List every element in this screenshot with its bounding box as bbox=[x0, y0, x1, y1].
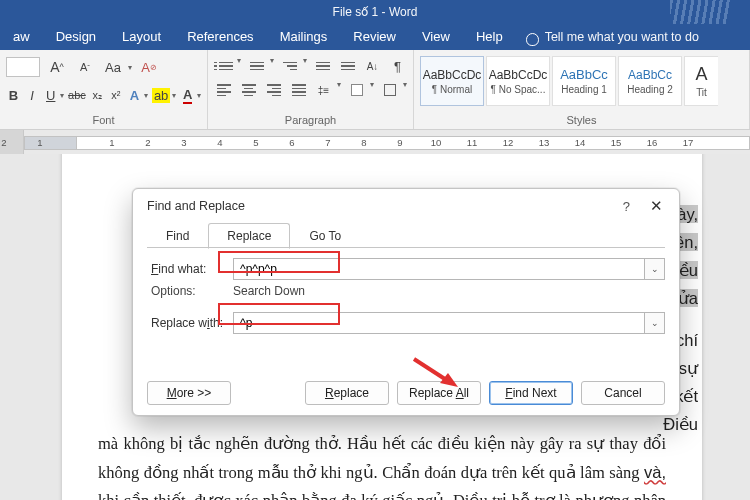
replace-with-label: Replace with: bbox=[151, 316, 233, 330]
chevron-down-icon: ▾ bbox=[270, 56, 274, 76]
chevron-down-icon: ▾ bbox=[128, 63, 132, 72]
change-case-button[interactable]: Aa bbox=[102, 56, 124, 78]
dialog-close-button[interactable]: ✕ bbox=[644, 197, 669, 215]
multilevel-button[interactable] bbox=[280, 56, 299, 76]
more-button[interactable]: More >> bbox=[147, 381, 231, 405]
group-label-font: Font bbox=[6, 113, 201, 127]
find-next-button[interactable]: Find Next bbox=[489, 381, 573, 405]
show-marks-button[interactable]: ¶ bbox=[388, 56, 407, 76]
decrease-indent-button[interactable] bbox=[313, 56, 332, 76]
dialog-tab-goto[interactable]: Go To bbox=[290, 223, 360, 249]
ruler-scale: 3211234567891011121314151617 bbox=[24, 137, 750, 149]
chevron-down-icon: ▾ bbox=[172, 91, 176, 100]
group-font: A^ Aˇ Aa ▾ A⊘ B I U ▾ abc x₂ x² A ▾ ab ▾… bbox=[0, 50, 208, 129]
subscript-button[interactable]: x₂ bbox=[90, 84, 105, 106]
chevron-down-icon: ▾ bbox=[337, 80, 341, 100]
strikethrough-button[interactable]: abc bbox=[68, 84, 86, 106]
chevron-down-icon: ▾ bbox=[370, 80, 374, 100]
chevron-down-icon: ▾ bbox=[60, 91, 64, 100]
text-effects-button[interactable]: A bbox=[127, 84, 142, 106]
borders-button[interactable] bbox=[380, 80, 399, 100]
document-body-text[interactable]: mà không bị tắc nghẽn đường thở. Hầu hết… bbox=[98, 430, 666, 500]
tell-me-input[interactable]: Tell me what you want to do bbox=[545, 30, 699, 44]
font-color-button[interactable]: A bbox=[180, 84, 195, 106]
find-replace-dialog: Find and Replace ? ✕ Find Replace Go To … bbox=[132, 188, 680, 416]
shrink-font-button[interactable]: Aˇ bbox=[74, 56, 96, 78]
align-left-button[interactable] bbox=[214, 80, 233, 100]
dialog-title: Find and Replace bbox=[147, 199, 245, 213]
chevron-down-icon: ▾ bbox=[303, 56, 307, 76]
grow-font-button[interactable]: A^ bbox=[46, 56, 68, 78]
tab-design[interactable]: Design bbox=[43, 24, 109, 50]
dialog-titlebar[interactable]: Find and Replace ? ✕ bbox=[133, 189, 679, 219]
font-size-input[interactable] bbox=[6, 57, 40, 77]
style-heading-2[interactable]: AaBbCc Heading 2 bbox=[618, 56, 682, 106]
align-center-button[interactable] bbox=[239, 80, 258, 100]
numbering-button[interactable] bbox=[247, 56, 266, 76]
find-what-input[interactable] bbox=[233, 258, 645, 280]
tab-references[interactable]: References bbox=[174, 24, 266, 50]
tab-mailings[interactable]: Mailings bbox=[267, 24, 341, 50]
options-label: Options: bbox=[151, 284, 233, 298]
find-dropdown-button[interactable]: ⌄ bbox=[645, 258, 665, 280]
dialog-tabs: Find Replace Go To bbox=[133, 222, 679, 248]
style-heading-1[interactable]: AaBbCc Heading 1 bbox=[552, 56, 616, 106]
increase-indent-button[interactable] bbox=[338, 56, 357, 76]
shading-button[interactable] bbox=[347, 80, 366, 100]
bullets-button[interactable] bbox=[214, 56, 233, 76]
group-styles: AaBbCcDc ¶ Normal AaBbCcDc ¶ No Spac... … bbox=[414, 50, 750, 129]
title-decoration bbox=[670, 0, 730, 24]
tab-help[interactable]: Help bbox=[463, 24, 516, 50]
title-bar: File số 1 - Word bbox=[0, 0, 750, 24]
ruler[interactable]: 3211234567891011121314151617 bbox=[0, 130, 750, 154]
group-label-styles: Styles bbox=[420, 113, 743, 127]
underline-button[interactable]: U bbox=[43, 84, 58, 106]
style-normal[interactable]: AaBbCcDc ¶ Normal bbox=[420, 56, 484, 106]
bold-button[interactable]: B bbox=[6, 84, 21, 106]
replace-button[interactable]: Replace bbox=[305, 381, 389, 405]
justify-button[interactable] bbox=[289, 80, 308, 100]
chevron-down-icon: ▾ bbox=[403, 80, 407, 100]
replace-dropdown-button[interactable]: ⌄ bbox=[645, 312, 665, 334]
lightbulb-icon bbox=[526, 33, 539, 46]
line-spacing-button[interactable]: ‡≡ bbox=[314, 80, 333, 100]
chevron-down-icon: ▾ bbox=[144, 91, 148, 100]
ribbon-tabs: aw Design Layout References Mailings Rev… bbox=[0, 24, 750, 50]
cancel-button[interactable]: Cancel bbox=[581, 381, 665, 405]
superscript-button[interactable]: x² bbox=[109, 84, 124, 106]
chevron-down-icon: ▾ bbox=[197, 91, 201, 100]
replace-with-input[interactable] bbox=[233, 312, 645, 334]
dialog-tab-find[interactable]: Find bbox=[147, 223, 208, 249]
dialog-tab-replace[interactable]: Replace bbox=[208, 223, 290, 249]
tab-view[interactable]: View bbox=[409, 24, 463, 50]
chevron-down-icon: ▾ bbox=[237, 56, 241, 76]
style-title[interactable]: A Tit bbox=[684, 56, 718, 106]
clear-formatting-button[interactable]: A⊘ bbox=[138, 56, 160, 78]
ribbon: A^ Aˇ Aa ▾ A⊘ B I U ▾ abc x₂ x² A ▾ ab ▾… bbox=[0, 50, 750, 130]
replace-all-button[interactable]: Replace All bbox=[397, 381, 481, 405]
style-no-spacing[interactable]: AaBbCcDc ¶ No Spac... bbox=[486, 56, 550, 106]
dialog-tab-underline bbox=[147, 247, 665, 248]
tab-layout[interactable]: Layout bbox=[109, 24, 174, 50]
italic-button[interactable]: I bbox=[25, 84, 40, 106]
dialog-help-button[interactable]: ? bbox=[623, 199, 630, 214]
group-label-paragraph: Paragraph bbox=[214, 113, 407, 127]
highlight-button[interactable]: ab bbox=[152, 84, 170, 106]
align-right-button[interactable] bbox=[264, 80, 283, 100]
options-value: Search Down bbox=[233, 284, 305, 298]
group-paragraph: ▾ ▾ ▾ A↓ ¶ ‡≡ ▾ ▾ ▾ bbox=[208, 50, 414, 129]
find-what-label: Find what: bbox=[151, 262, 233, 276]
tab-draw[interactable]: aw bbox=[0, 24, 43, 50]
window-title: File số 1 - Word bbox=[333, 5, 418, 19]
sort-button[interactable]: A↓ bbox=[363, 56, 382, 76]
tab-review[interactable]: Review bbox=[340, 24, 409, 50]
